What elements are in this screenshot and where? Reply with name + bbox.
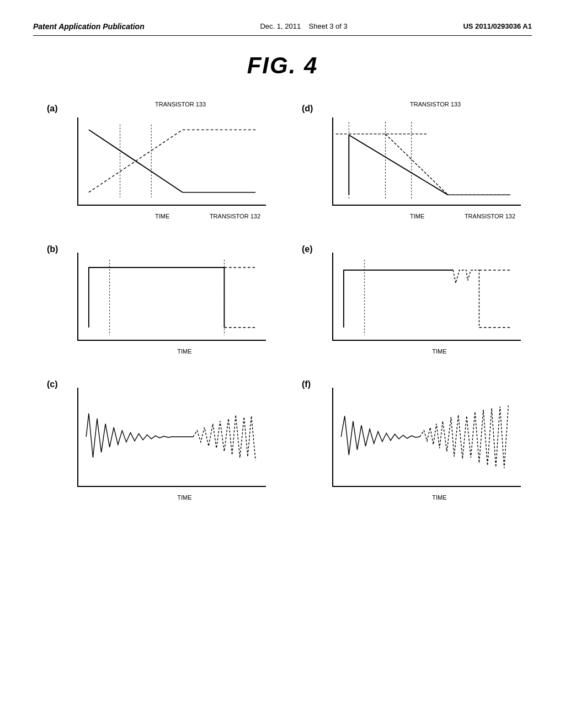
publication-date: Dec. 1, 2011 — [260, 22, 301, 30]
graph-e: (e) TRANSMISSIONDIFERENTIAL VOLTAGE TIME — [299, 244, 521, 357]
graph-d-label: (d) — [302, 104, 313, 114]
graph-a: (a) TRANSISTOR 133 GATE VOLTAGE 0 — [44, 101, 266, 222]
graph-a-label: (a) — [47, 104, 58, 114]
sheet-info: Sheet 3 of 3 — [309, 22, 348, 30]
svg-line-8 — [349, 135, 447, 195]
graph-a-transistor-132: TRANSISTOR 132 — [210, 213, 260, 220]
graph-e-svg — [333, 253, 521, 340]
page-header: Patent Application Publication Dec. 1, 2… — [33, 22, 532, 36]
graph-c-svg — [78, 388, 266, 486]
graph-f: (f) RECEPTIONDIFERENTIAL VOLTAGE TIME — [299, 379, 521, 504]
graph-c: (c) RECEPTIONDIFERENTIAL VOLTAGE TIME — [44, 379, 266, 504]
graphs-grid: (a) TRANSISTOR 133 GATE VOLTAGE 0 — [33, 101, 532, 504]
graph-a-transistor-133: TRANSISTOR 133 — [155, 101, 206, 108]
graph-f-time: TIME — [432, 494, 446, 501]
graph-a-svg — [78, 117, 266, 205]
publication-title: Patent Application Publication — [33, 22, 145, 31]
graph-f-label: (f) — [302, 379, 311, 389]
graph-d-transistor-132: TRANSISTOR 132 — [465, 213, 515, 220]
svg-line-11 — [385, 134, 447, 195]
page: Patent Application Publication Dec. 1, 2… — [0, 0, 565, 728]
graph-c-time: TIME — [177, 494, 191, 501]
graph-a-time: TIME — [155, 213, 169, 220]
figure-title: FIG. 4 — [33, 52, 532, 79]
graph-d-svg — [333, 117, 521, 205]
graph-d: (d) TRANSISTOR 133 GATE VOLTAGE 0 — [299, 101, 521, 222]
graph-b: (b) TRANSMISSIONDIFERENTIAL VOLTAGE TIME — [44, 244, 266, 357]
graph-f-svg — [333, 388, 521, 486]
graph-e-time: TIME — [432, 348, 446, 355]
graph-d-transistor-133: TRANSISTOR 133 — [410, 101, 461, 108]
graph-c-label: (c) — [47, 379, 58, 389]
graph-b-time: TIME — [177, 348, 191, 355]
publication-number: US 2011/0293036 A1 — [463, 22, 532, 30]
graph-e-label: (e) — [302, 244, 313, 254]
graph-b-svg — [78, 253, 266, 340]
publication-date-sheet: Dec. 1, 2011 Sheet 3 of 3 — [260, 22, 347, 30]
graph-d-time: TIME — [410, 213, 424, 220]
graph-b-label: (b) — [47, 244, 58, 254]
